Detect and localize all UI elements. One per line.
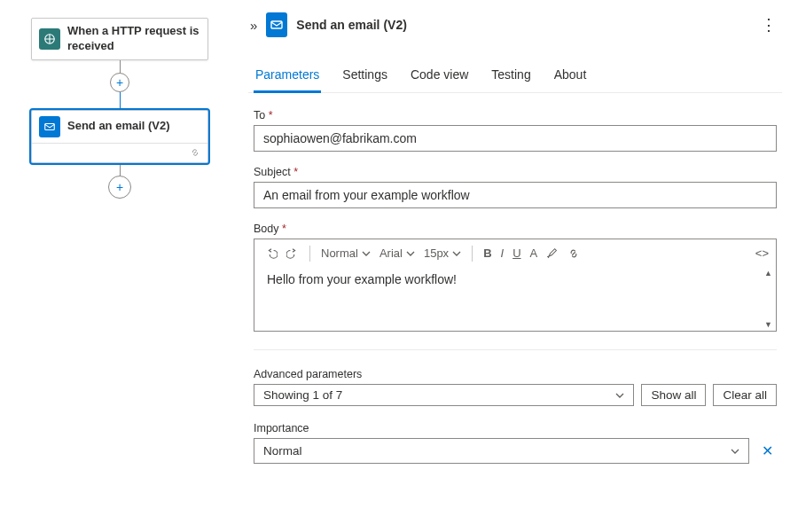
importance-label: Importance <box>254 422 777 434</box>
tab-testing[interactable]: Testing <box>489 62 532 92</box>
bold-icon[interactable]: B <box>480 245 495 262</box>
svg-rect-1 <box>45 123 55 129</box>
tab-about[interactable]: About <box>552 62 589 92</box>
subject-input[interactable] <box>254 182 777 208</box>
panel-title: Send an email (V2) <box>296 18 748 32</box>
scroll-up-icon: ▲ <box>764 269 772 278</box>
tab-parameters[interactable]: Parameters <box>254 62 321 93</box>
remove-importance-icon[interactable]: ✕ <box>758 439 777 463</box>
font-color-icon[interactable]: A <box>527 245 542 262</box>
tab-code-view[interactable]: Code view <box>409 62 470 92</box>
to-input[interactable] <box>254 125 777 152</box>
font-select[interactable]: Arial <box>376 245 419 262</box>
scroll-down-icon: ▼ <box>764 320 772 329</box>
undo-icon[interactable] <box>262 246 281 262</box>
connection-icon <box>190 147 200 158</box>
body-textarea[interactable]: ▲ Hello from your example workflow! ▼ <box>254 267 776 331</box>
trigger-label: When a HTTP request is received <box>67 24 200 54</box>
subject-label: Subject <box>254 166 777 178</box>
advanced-params-select[interactable]: Showing 1 of 7 <box>254 384 634 406</box>
style-select[interactable]: Normal <box>317 245 374 262</box>
connector: + <box>16 60 223 110</box>
italic-icon[interactable]: I <box>497 245 508 262</box>
add-step-button[interactable]: + <box>110 73 129 92</box>
svg-rect-2 <box>271 21 282 28</box>
workflow-canvas: When a HTTP request is received + Send a… <box>0 0 239 532</box>
http-icon <box>39 28 60 50</box>
show-all-button[interactable]: Show all <box>641 384 706 406</box>
outlook-icon <box>39 116 60 137</box>
editor-toolbar: Normal Arial 15px B I U A <> <box>254 239 776 267</box>
to-label: To <box>254 109 777 121</box>
code-view-icon[interactable]: <> <box>755 246 769 260</box>
details-panel: » Send an email (V2) ⋮ Parameters Settin… <box>239 0 798 532</box>
size-select[interactable]: 15px <box>420 245 465 262</box>
tab-bar: Parameters Settings Code view Testing Ab… <box>248 62 782 93</box>
tab-settings[interactable]: Settings <box>340 62 389 92</box>
underline-icon[interactable]: U <box>509 245 524 262</box>
divider <box>254 349 777 350</box>
importance-select[interactable]: Normal <box>254 438 749 464</box>
link-icon[interactable] <box>564 246 583 262</box>
highlight-icon[interactable] <box>543 246 562 262</box>
body-editor: Normal Arial 15px B I U A <> ▲ Hello fro… <box>254 239 777 332</box>
more-menu-icon[interactable]: ⋮ <box>757 15 780 35</box>
add-step-end-button[interactable]: + <box>108 176 131 199</box>
parameters-form: To Subject Body Normal Arial 15px B I U … <box>248 93 782 464</box>
collapse-icon[interactable]: » <box>250 18 257 33</box>
redo-icon[interactable] <box>283 246 302 262</box>
trigger-node[interactable]: When a HTTP request is received <box>31 18 208 60</box>
action-node[interactable]: Send an email (V2) <box>31 110 208 163</box>
action-label: Send an email (V2) <box>67 119 200 134</box>
connector-end: + <box>16 163 223 199</box>
node-footer <box>32 143 207 162</box>
body-label: Body <box>254 223 777 235</box>
clear-all-button[interactable]: Clear all <box>713 384 777 406</box>
advanced-label: Advanced parameters <box>254 368 777 380</box>
outlook-icon <box>266 12 287 37</box>
